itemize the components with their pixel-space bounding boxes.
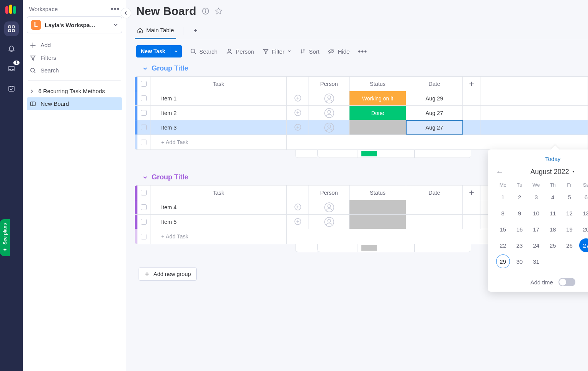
col-date[interactable]: Date	[406, 77, 463, 91]
status-cell[interactable]	[350, 120, 406, 135]
star-icon[interactable]	[215, 7, 222, 15]
calendar-day[interactable]: 11	[546, 206, 560, 220]
calendar-day[interactable]: 31	[529, 254, 543, 268]
add-task-row[interactable]: + Add Task	[135, 135, 588, 149]
calendar-day[interactable]: 8	[496, 206, 510, 220]
col-person[interactable]: Person	[309, 186, 350, 200]
calendar-day[interactable]: 6	[579, 190, 588, 204]
workspace-selector[interactable]: L Layla's Workspa…	[27, 16, 122, 33]
sidebar-filters[interactable]: Filters	[27, 51, 122, 64]
sidebar-item-newboard[interactable]: New Board	[27, 97, 122, 110]
calendar-day[interactable]: 4	[546, 190, 560, 204]
table-row[interactable]: Item 1 Working on it Aug 29	[135, 91, 588, 106]
calendar-today-link[interactable]: Today	[545, 156, 560, 162]
col-person[interactable]: Person	[309, 77, 350, 91]
status-cell[interactable]: Working on it	[350, 91, 406, 105]
calendar-day[interactable]: 25	[546, 238, 560, 252]
toolbar-person[interactable]: Person	[226, 48, 254, 55]
sidebar-add[interactable]: Add	[27, 39, 122, 51]
sidebar-menu-icon[interactable]: •••	[111, 5, 120, 13]
tab-main-table[interactable]: Main Table	[135, 23, 176, 39]
table-row[interactable]: Item 2 Done Aug 27	[135, 106, 588, 120]
calendar-day[interactable]: 18	[546, 222, 560, 236]
rail-workspaces-icon[interactable]	[4, 21, 19, 36]
date-cell[interactable]: Aug 27	[406, 120, 463, 135]
add-column-button[interactable]	[463, 77, 480, 91]
calendar-day[interactable]: 2	[513, 190, 526, 204]
row-checkbox[interactable]	[141, 125, 147, 130]
add-column-button[interactable]	[463, 186, 480, 200]
task-name-cell[interactable]: Item 4	[150, 200, 287, 214]
new-task-button[interactable]: New Task	[136, 45, 182, 57]
sidebar-item-recurring[interactable]: 6 Recurring Task Methods	[27, 85, 122, 97]
task-name-cell[interactable]: Item 5	[150, 215, 287, 229]
calendar-day[interactable]: 12	[562, 206, 576, 220]
calendar-day[interactable]: 27	[579, 238, 588, 252]
toolbar-filter[interactable]: Filter	[263, 48, 291, 55]
calendar-month-selector[interactable]: August 2022	[530, 168, 575, 176]
status-cell[interactable]: Done	[350, 106, 406, 120]
chat-icon[interactable]	[287, 91, 309, 105]
rail-inbox-icon[interactable]: 1	[4, 61, 19, 76]
person-cell[interactable]	[309, 200, 350, 214]
status-cell[interactable]	[350, 200, 406, 214]
add-task-label[interactable]: + Add Task	[150, 229, 287, 244]
col-status[interactable]: Status	[350, 186, 406, 200]
toolbar-sort[interactable]: Sort	[300, 48, 320, 55]
calendar-day[interactable]: 15	[496, 222, 510, 236]
calendar-day[interactable]: 16	[513, 222, 526, 236]
calendar-prev-month[interactable]: ←	[495, 167, 505, 177]
group-title[interactable]: Group Title	[135, 64, 588, 76]
calendar-day[interactable]: 19	[562, 222, 576, 236]
toolbar-search[interactable]: Search	[190, 48, 218, 55]
board-title[interactable]: New Board	[136, 5, 196, 18]
date-cell[interactable]: Aug 27	[406, 106, 463, 120]
add-task-label[interactable]: + Add Task	[150, 135, 287, 149]
task-name-cell[interactable]: Item 3	[150, 120, 287, 135]
person-cell[interactable]	[309, 106, 350, 120]
calendar-day[interactable]: 9	[513, 206, 526, 220]
task-name-cell[interactable]: Item 2	[150, 106, 287, 120]
calendar-day[interactable]: 17	[529, 222, 543, 236]
info-icon[interactable]	[202, 7, 209, 15]
row-checkbox[interactable]	[141, 110, 147, 116]
date-cell[interactable]	[406, 200, 463, 214]
add-group-button[interactable]: Add new group	[139, 268, 197, 281]
task-name-cell[interactable]: Item 1	[150, 91, 287, 105]
status-cell[interactable]	[350, 215, 406, 229]
person-cell[interactable]	[309, 120, 350, 135]
sidebar-search[interactable]: Search	[27, 64, 122, 77]
calendar-day[interactable]: 5	[562, 190, 576, 204]
select-all-checkbox[interactable]	[141, 190, 147, 195]
rail-mywork-icon[interactable]	[4, 81, 19, 96]
col-task[interactable]: Task	[150, 77, 287, 91]
see-plans-button[interactable]: ✦ See plans	[0, 219, 10, 256]
calendar-day[interactable]: 13	[579, 206, 588, 220]
table-row[interactable]: Item 3 Aug 27	[135, 120, 588, 135]
date-cell[interactable]: Aug 29	[406, 91, 463, 105]
col-task[interactable]: Task	[150, 186, 287, 200]
person-cell[interactable]	[309, 91, 350, 105]
calendar-day[interactable]: 30	[513, 254, 526, 268]
calendar-day[interactable]: 1	[496, 190, 510, 204]
calendar-day[interactable]: 10	[529, 206, 543, 220]
date-cell[interactable]	[406, 215, 463, 229]
calendar-day[interactable]: 22	[496, 238, 510, 252]
toolbar-hide[interactable]: Hide	[328, 48, 350, 55]
col-status[interactable]: Status	[350, 77, 406, 91]
row-checkbox[interactable]	[141, 204, 147, 210]
calendar-day[interactable]: 24	[529, 238, 543, 252]
chat-icon[interactable]	[287, 200, 309, 214]
select-all-checkbox[interactable]	[141, 81, 147, 87]
col-date[interactable]: Date	[406, 186, 463, 200]
calendar-day[interactable]: 23	[513, 238, 526, 252]
toolbar-more-icon[interactable]: •••	[358, 47, 367, 56]
add-time-toggle[interactable]	[559, 278, 575, 286]
calendar-day[interactable]: 29	[496, 254, 510, 268]
chat-icon[interactable]	[287, 106, 309, 120]
new-task-dropdown[interactable]	[170, 46, 182, 56]
rail-notifications-icon[interactable]	[4, 41, 19, 56]
add-tab-button[interactable]: +	[190, 27, 201, 35]
chat-icon[interactable]	[287, 215, 309, 229]
row-checkbox[interactable]	[141, 95, 147, 101]
